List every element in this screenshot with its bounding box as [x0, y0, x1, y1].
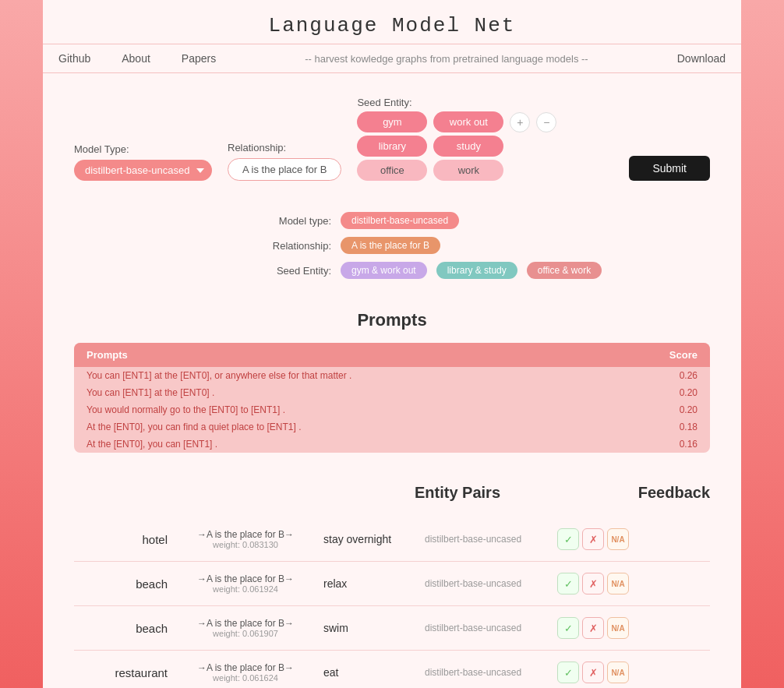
model-type-label: Model Type: — [74, 143, 212, 155]
entity-row: restaurant →A is the place for B→ weight… — [74, 651, 710, 688]
feedback-cross-0[interactable]: ✗ — [582, 528, 604, 550]
seed-chip-workout[interactable]: work out — [433, 111, 503, 132]
entity-b-3: eat — [323, 666, 417, 679]
nav-download[interactable]: Download — [677, 44, 726, 72]
seed-chip-gym[interactable]: gym — [357, 111, 427, 132]
seed-row-1: gym work out + − — [357, 111, 556, 132]
relation-weight-3: weight: 0.061624 — [213, 673, 278, 683]
entity-pairs-title: Entity Pairs — [330, 484, 585, 502]
relation-box-2: →A is the place for B→ weight: 0.061907 — [175, 618, 316, 638]
entity-a-2: beach — [74, 622, 168, 635]
prompt-text-0: You can [ENT1] at the [ENT0], or anywher… — [87, 370, 351, 381]
relationship-label: Relationship: — [228, 142, 341, 153]
prompt-row-4: At the [ENT0], you can [ENT1] . 0.16 — [74, 436, 710, 453]
entity-b-0: stay overnight — [323, 533, 417, 545]
entity-b-1: relax — [323, 577, 417, 590]
controls-section: Model Type: distilbert-base-uncased bert… — [43, 73, 741, 196]
summary-seed-chip-1: library & study — [436, 262, 517, 279]
feedback-cross-1[interactable]: ✗ — [582, 573, 604, 595]
entity-a-0: hotel — [74, 533, 168, 546]
relation-arrow-1: →A is the place for B→ — [197, 573, 294, 584]
model-label-0: distilbert-base-uncased — [425, 534, 549, 545]
seed-chip-office[interactable]: office — [357, 160, 427, 181]
model-label-1: distilbert-base-uncased — [425, 578, 549, 589]
relation-box-0: →A is the place for B→ weight: 0.083130 — [175, 529, 316, 549]
summary-seed-chip-0: gym & work out — [341, 262, 427, 279]
nav-github[interactable]: Github — [58, 44, 90, 72]
remove-seed-button[interactable]: − — [536, 112, 556, 132]
navigation: Github About Papers -- harvest kowledge … — [43, 44, 741, 73]
prompt-row-0: You can [ENT1] at the [ENT0], or anywher… — [74, 367, 710, 384]
model-type-group: Model Type: distilbert-base-uncased bert… — [74, 143, 212, 181]
seed-chip-work[interactable]: work — [433, 160, 503, 181]
prompt-score-2: 0.20 — [666, 404, 697, 415]
feedback-btns-2: ✓ ✗ N/A — [557, 617, 629, 639]
submit-button[interactable]: Submit — [629, 156, 710, 181]
relation-arrow-0: →A is the place for B→ — [197, 529, 294, 540]
prompt-score-1: 0.20 — [666, 387, 697, 398]
summary-relationship-chip: A is the place for B — [341, 237, 440, 254]
nav-about[interactable]: About — [122, 44, 150, 72]
feedback-na-3[interactable]: N/A — [607, 662, 629, 683]
seed-row-2: library study — [357, 136, 556, 157]
relation-box-3: →A is the place for B→ weight: 0.061624 — [175, 662, 316, 683]
entity-a-3: restaurant — [74, 666, 168, 679]
feedback-cross-2[interactable]: ✗ — [582, 617, 604, 639]
entity-pairs-section: Entity Pairs Feedback hotel →A is the pl… — [43, 468, 741, 688]
model-label-2: distilbert-base-uncased — [425, 623, 549, 633]
add-seed-button[interactable]: + — [510, 112, 530, 132]
feedback-cross-3[interactable]: ✗ — [582, 662, 604, 683]
prompts-table-header: Prompts Score — [74, 343, 710, 367]
feedback-btns-3: ✓ ✗ N/A — [557, 662, 629, 683]
relationship-group: Relationship: A is the place for B — [228, 142, 341, 181]
prompt-text-4: At the [ENT0], you can [ENT1] . — [87, 439, 217, 450]
feedback-btns-1: ✓ ✗ N/A — [557, 573, 629, 595]
model-type-select[interactable]: distilbert-base-uncased bert-base-uncase… — [74, 160, 212, 181]
entity-row: beach →A is the place for B→ weight: 0.0… — [74, 562, 710, 606]
feedback-na-2[interactable]: N/A — [607, 617, 629, 639]
prompts-title: Prompts — [74, 310, 710, 330]
summary-section: Model type: distilbert-base-uncased Rela… — [43, 196, 741, 295]
prompt-row-3: At the [ENT0], you can find a quiet plac… — [74, 418, 710, 436]
seed-chip-library[interactable]: library — [357, 136, 427, 157]
prompt-row-2: You would normally go to the [ENT0] to [… — [74, 401, 710, 418]
summary-seed-row: Seed Entity: gym & work out library & st… — [261, 262, 602, 279]
feedback-check-2[interactable]: ✓ — [557, 617, 579, 639]
relation-weight-1: weight: 0.061924 — [213, 584, 278, 594]
entity-rows-container: hotel →A is the place for B→ weight: 0.0… — [74, 517, 710, 688]
feedback-title: Feedback — [585, 484, 710, 502]
entity-row: beach →A is the place for B→ weight: 0.0… — [74, 606, 710, 651]
summary-model-row: Model type: distilbert-base-uncased — [261, 212, 459, 229]
relation-arrow-3: →A is the place for B→ — [197, 662, 294, 673]
feedback-na-1[interactable]: N/A — [607, 573, 629, 595]
feedback-check-3[interactable]: ✓ — [557, 662, 579, 683]
seed-entity-group: Seed Entity: gym work out + − library st… — [357, 97, 556, 181]
prompt-text-2: You would normally go to the [ENT0] to [… — [87, 404, 285, 415]
feedback-na-0[interactable]: N/A — [607, 528, 629, 550]
prompts-header-label: Prompts — [87, 349, 128, 361]
relation-weight-0: weight: 0.083130 — [213, 540, 278, 549]
entity-a-1: beach — [74, 577, 168, 591]
seed-chip-study[interactable]: study — [433, 136, 503, 157]
prompts-table: Prompts Score You can [ENT1] at the [ENT… — [74, 343, 710, 453]
prompt-text-3: At the [ENT0], you can find a quiet plac… — [87, 422, 301, 432]
summary-seed-label: Seed Entity: — [261, 265, 331, 277]
relation-weight-2: weight: 0.061907 — [213, 629, 278, 638]
seed-entity-label: Seed Entity: — [357, 97, 556, 108]
nav-papers[interactable]: Papers — [182, 44, 216, 72]
feedback-btns-0: ✓ ✗ N/A — [557, 528, 629, 550]
relation-box-1: →A is the place for B→ weight: 0.061924 — [175, 573, 316, 594]
prompt-row-1: You can [ENT1] at the [ENT0] . 0.20 — [74, 384, 710, 401]
prompts-section: Prompts Prompts Score You can [ENT1] at … — [43, 295, 741, 468]
feedback-check-0[interactable]: ✓ — [557, 528, 579, 550]
site-title: Language Model Net — [43, 0, 741, 44]
prompt-score-3: 0.18 — [666, 422, 697, 432]
seed-row-3: office work — [357, 160, 556, 181]
feedback-check-1[interactable]: ✓ — [557, 573, 579, 595]
summary-relationship-row: Relationship: A is the place for B — [261, 237, 440, 254]
entity-section-header: Entity Pairs Feedback — [74, 484, 710, 502]
entity-row: hotel →A is the place for B→ weight: 0.0… — [74, 517, 710, 562]
prompt-score-4: 0.16 — [666, 439, 697, 450]
summary-relationship-label: Relationship: — [261, 240, 331, 252]
left-decoration — [0, 0, 43, 688]
